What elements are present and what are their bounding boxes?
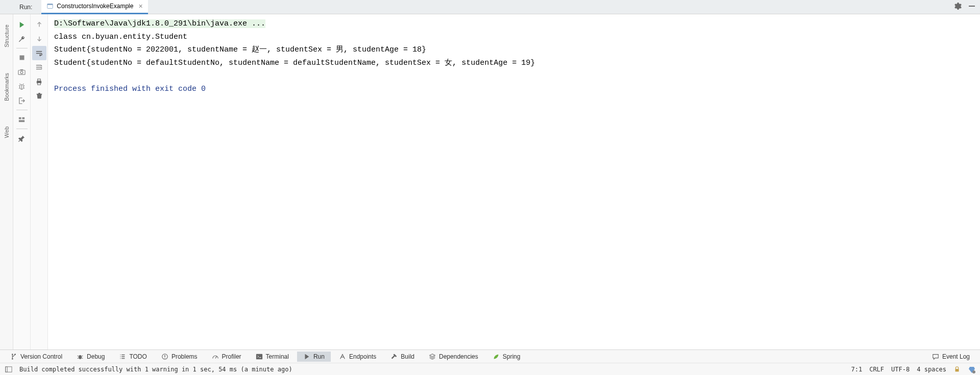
run-label: Run	[313, 353, 325, 360]
down-arrow-icon[interactable]	[32, 32, 46, 46]
exit-icon[interactable]	[15, 93, 29, 108]
command-line: D:\Software\Java\jdk1.8.0_291\bin\java.e…	[54, 19, 265, 28]
console-line: Student{studentNo = defaultStudentNo, st…	[54, 57, 974, 70]
stop-button[interactable]	[15, 51, 29, 65]
camera-icon[interactable]	[15, 65, 29, 79]
svg-rect-8	[19, 117, 21, 119]
minimize-panel-icon[interactable]	[968, 2, 976, 12]
hammer-icon	[390, 353, 398, 360]
svg-point-14	[12, 354, 13, 355]
warning-circle-icon	[161, 353, 168, 360]
web-tool-button[interactable]: Web	[4, 127, 10, 138]
terminal-icon	[256, 353, 263, 360]
svg-rect-9	[22, 117, 24, 119]
svg-rect-20	[256, 354, 262, 359]
event-log-tool[interactable]: Event Log	[926, 352, 976, 362]
status-bar: Build completed successfully with 1 warn…	[0, 363, 980, 375]
version-control-tool[interactable]: Version Control	[4, 352, 68, 362]
profiler-tool[interactable]: Profiler	[206, 352, 248, 362]
svg-rect-12	[38, 79, 41, 81]
debug-bug-icon	[77, 353, 84, 360]
up-arrow-icon[interactable]	[32, 17, 46, 32]
terminal-tool[interactable]: Terminal	[250, 352, 295, 362]
pin-icon[interactable]	[15, 131, 29, 145]
endpoints-icon	[339, 353, 346, 360]
svg-rect-2	[969, 6, 975, 7]
svg-rect-13	[38, 83, 41, 85]
layers-icon	[429, 353, 436, 360]
gauge-icon	[212, 353, 219, 360]
svg-rect-21	[6, 366, 12, 372]
svg-point-16	[14, 354, 16, 355]
spring-tool[interactable]: Spring	[486, 352, 527, 362]
close-tab-icon[interactable]: ×	[138, 2, 142, 10]
svg-point-19	[164, 358, 165, 359]
run-config-tab[interactable]: ConstructorsInvokeExample ×	[41, 0, 148, 14]
svg-point-24	[972, 370, 975, 373]
svg-rect-22	[6, 366, 8, 372]
build-label: Build	[401, 353, 414, 360]
debug-label: Debug	[87, 353, 105, 360]
event-log-label: Event Log	[942, 353, 970, 360]
layout-icon[interactable]	[15, 112, 29, 127]
dependencies-tool[interactable]: Dependencies	[423, 352, 484, 362]
spring-label: Spring	[503, 353, 521, 360]
run-label: Run:	[19, 4, 32, 11]
svg-rect-23	[955, 369, 959, 371]
leaf-icon	[493, 353, 500, 360]
gear-icon[interactable]	[953, 2, 962, 12]
debug-tool[interactable]: Debug	[70, 352, 111, 362]
wrench-icon[interactable]	[15, 32, 29, 46]
exit-code-line: Process finished with exit code 0	[54, 83, 974, 96]
bookmarks-tool-button[interactable]: Bookmarks	[4, 73, 10, 101]
rerun-button[interactable]	[15, 17, 29, 32]
problems-label: Problems	[172, 353, 198, 360]
console-line: class cn.byuan.entity.Student	[54, 31, 974, 44]
run-tool[interactable]: Run	[297, 352, 331, 362]
structure-label: Structure	[4, 24, 10, 47]
web-label: Web	[4, 127, 10, 138]
svg-rect-10	[19, 120, 24, 122]
indent-info[interactable]: 4 spaces	[917, 366, 946, 373]
svg-point-17	[79, 355, 82, 359]
run-panel-header: Run: ConstructorsInvokeExample ×	[0, 0, 980, 14]
list-icon	[119, 353, 126, 360]
soft-wrap-icon[interactable]	[32, 46, 46, 60]
lock-icon[interactable]	[953, 366, 961, 373]
build-tool[interactable]: Build	[384, 352, 421, 362]
terminal-label: Terminal	[266, 353, 289, 360]
todo-tool[interactable]: TODO	[113, 352, 153, 362]
print-icon[interactable]	[32, 74, 46, 89]
svg-point-5	[20, 71, 23, 73]
bottom-tool-bar: Version Control Debug TODO Problems Prof…	[0, 349, 980, 363]
todo-label: TODO	[129, 353, 146, 360]
problems-tool[interactable]: Problems	[155, 352, 204, 362]
play-icon	[303, 353, 310, 360]
bookmarks-label: Bookmarks	[4, 73, 10, 101]
tool-windows-icon[interactable]	[5, 366, 12, 373]
line-separator[interactable]: CRLF	[869, 366, 884, 373]
run-toolbar-left	[13, 14, 31, 349]
ide-status-icon[interactable]	[968, 366, 975, 373]
svg-rect-1	[47, 4, 53, 5]
bubble-icon	[932, 353, 939, 360]
scroll-to-end-icon[interactable]	[32, 60, 46, 74]
console-output[interactable]: D:\Software\Java\jdk1.8.0_291\bin\java.e…	[48, 14, 980, 349]
build-status-message: Build completed successfully with 1 warn…	[19, 366, 292, 373]
application-icon	[46, 3, 54, 9]
run-toolbar-right	[31, 14, 48, 349]
structure-tool-button[interactable]: Structure	[4, 24, 10, 47]
svg-point-15	[12, 358, 13, 360]
version-control-label: Version Control	[20, 353, 62, 360]
tab-label: ConstructorsInvokeExample	[57, 3, 133, 10]
main-area: Structure Bookmarks Web	[0, 14, 980, 349]
cursor-position[interactable]: 7:1	[851, 366, 862, 373]
endpoints-label: Endpoints	[349, 353, 376, 360]
console-line: Student{studentNo = 2022001, studentName…	[54, 43, 974, 57]
endpoints-tool[interactable]: Endpoints	[333, 352, 382, 362]
dependencies-label: Dependencies	[439, 353, 478, 360]
file-encoding[interactable]: UTF-8	[891, 366, 910, 373]
trash-icon[interactable]	[32, 89, 46, 103]
bug-icon[interactable]	[15, 79, 29, 93]
branch-icon	[10, 353, 17, 360]
